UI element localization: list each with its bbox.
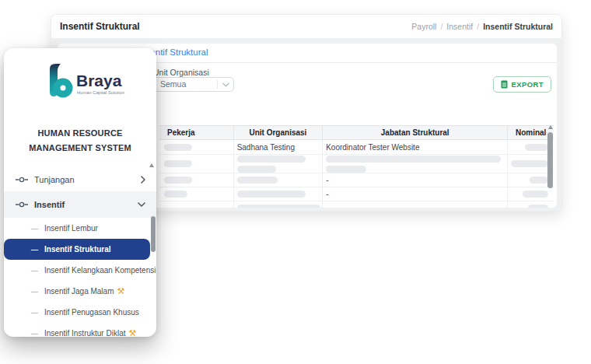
sidebar-item-insentif[interactable]: Insentif [4, 191, 156, 218]
column-header-jabatan-struktural: Jabatan Struktural [322, 126, 507, 139]
redacted-pill [237, 205, 320, 208]
sidebar-panel: Braya Human Capital Solution HUMAN RESOU… [4, 48, 156, 337]
child-dash-icon: — [31, 288, 44, 296]
table-cell [159, 201, 233, 208]
logo-b-glyph [50, 64, 69, 96]
redacted-pill [237, 191, 306, 198]
spreadsheet-icon [501, 80, 508, 89]
cell-text: - [326, 176, 328, 184]
table-cell [233, 201, 323, 208]
sidebar-item-insentif-kelangkaan-kompetensi[interactable]: —Insentif Kelangkaan Kompetensi [4, 260, 156, 281]
redacted-pill [326, 156, 501, 163]
breadcrumb-current: Insentif Struktural [483, 22, 553, 31]
redacted-pill [528, 205, 548, 208]
table-cell [159, 187, 233, 201]
table-cell: - [322, 173, 507, 187]
table-row: Sadhana TestingKoordinator Tester Websit… [159, 140, 554, 155]
unit-organisasi-select[interactable]: Semua [153, 77, 234, 92]
sidebar-item-insentif-penugasan-khusus[interactable]: —Insentif Penugasan Khusus [4, 302, 156, 323]
table-cell: Sadhana Testing [233, 140, 323, 154]
sidebar-item-label: Insentif Jaga Malam [44, 287, 114, 296]
redacted-pill [164, 191, 187, 198]
chevron-down-icon [138, 202, 145, 207]
table-scrollbar-thumb[interactable] [547, 132, 553, 188]
breadcrumb: Payroll/Insentif/Insentif Struktural [411, 22, 553, 31]
wrench-badge-icon: ⚒ [128, 329, 136, 337]
wrench-badge-icon: ⚒ [117, 287, 125, 296]
table-cell: Koordinator Tester Website [322, 140, 507, 154]
redacted-pill [237, 156, 306, 163]
export-label: EXPORT [512, 80, 544, 89]
sidebar-item-label: Insentif Lembur [44, 224, 98, 233]
data-table: PekerjaUnit OrganisasiJabatan Struktural… [159, 125, 554, 208]
logo-text: Braya [76, 72, 122, 89]
redacted-pill [237, 166, 276, 173]
child-dash-icon: — [31, 267, 44, 275]
logo-tagline: Human Capital Solution [77, 90, 124, 95]
system-title: HUMAN RESOURCE MANAGEMENT SYSTEM [14, 126, 146, 156]
table-row: - [159, 201, 554, 208]
breadcrumb-separator: / [477, 22, 479, 31]
sidebar-item-label: Insentif Penugasan Khusus [44, 308, 139, 317]
page-header: Insentif Struktural Payroll/Insentif/Ins… [51, 15, 561, 39]
export-button[interactable]: EXPORT [493, 76, 551, 93]
child-dash-icon: — [31, 330, 44, 338]
breadcrumb-link-insentif[interactable]: Insentif [446, 22, 473, 31]
table-cell: - [322, 187, 507, 201]
unit-organisasi-label: Unit Organisasi [153, 68, 209, 77]
sidebar-item-insentif-instruktur-diklat[interactable]: —Insentif Instruktur Diklat⚒ [4, 323, 156, 337]
redacted-pill [326, 166, 366, 173]
sidebar-item-insentif-struktural[interactable]: —Insentif Struktural [4, 239, 150, 260]
breadcrumb-separator: / [440, 22, 442, 31]
scroll-up-arrow-icon[interactable] [548, 125, 553, 129]
sidebar-item-label: Insentif Instruktur Diklat [44, 329, 125, 337]
table-cell [322, 155, 507, 173]
breadcrumb-link-payroll[interactable]: Payroll [411, 22, 436, 31]
page-title: Insentif Struktural [60, 21, 140, 32]
cell-text: - [326, 204, 328, 208]
table-cell [233, 173, 323, 187]
select-value: Semua [154, 78, 217, 91]
child-dash-icon: — [31, 246, 44, 254]
table-row [159, 155, 554, 173]
redacted-pill [164, 160, 192, 167]
sidebar-scroll-up-arrow-icon[interactable] [149, 163, 154, 167]
sidebar-item-insentif-lembur[interactable]: —Insentif Lembur [4, 218, 156, 239]
table-cell: - [322, 201, 507, 208]
table-row: - [159, 173, 554, 187]
sidebar-menu: TunjanganInsentif—Insentif Lembur—Insent… [4, 168, 156, 337]
cell-text: Sadhana Testing [237, 143, 295, 152]
sidebar-item-label: Tunjangan [34, 175, 141, 184]
branch-node-icon [16, 201, 28, 208]
redacted-pill [511, 160, 548, 167]
table-cell [233, 187, 323, 201]
page: { "header": { "title": "Insentif Struktu… [0, 0, 591, 364]
cell-text: - [326, 190, 328, 198]
sidebar-item-label: Insentif Kelangkaan Kompetensi [44, 266, 156, 275]
chevron-down-icon [218, 82, 233, 87]
table-scrollbar [547, 124, 554, 206]
braya-logo: Braya Human Capital Solution [4, 62, 156, 101]
redacted-pill [525, 144, 548, 151]
table-cell [159, 140, 233, 154]
branch-node-icon [16, 176, 28, 184]
table-cell [159, 155, 233, 173]
redacted-pill [237, 177, 278, 184]
redacted-pill [164, 177, 192, 184]
column-header-pekerja: Pekerja [159, 126, 233, 139]
column-header-unit-organisasi: Unit Organisasi [233, 126, 323, 139]
redacted-pill [164, 144, 192, 151]
child-dash-icon: — [31, 309, 44, 317]
sidebar-item-label: Insentif [34, 200, 138, 209]
child-dash-icon: — [31, 225, 44, 233]
table-body: Sadhana TestingKoordinator Tester Websit… [159, 140, 554, 208]
table-cell [159, 173, 233, 187]
table-row: - [159, 187, 554, 201]
table-header-row: PekerjaUnit OrganisasiJabatan Struktural… [159, 125, 554, 140]
sidebar-item-insentif-jaga-malam[interactable]: —Insentif Jaga Malam⚒ [4, 281, 156, 302]
sidebar-scrollbar-thumb[interactable] [151, 216, 156, 252]
redacted-pill [530, 177, 548, 184]
redacted-pill [523, 191, 548, 198]
chevron-right-icon [141, 176, 145, 184]
sidebar-item-tunjangan[interactable]: Tunjangan [4, 168, 156, 191]
